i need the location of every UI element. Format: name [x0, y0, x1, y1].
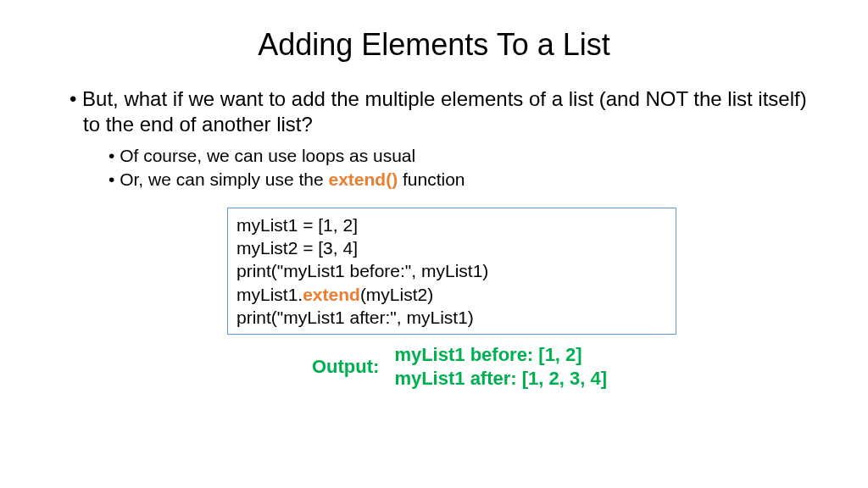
code-line-5: print("myList1 after:", myList1)	[236, 306, 667, 329]
code-line-1: myList1 = [1, 2]	[236, 214, 667, 236]
bullet-main: But, what if we want to add the multiple…	[83, 86, 817, 137]
code-box: myList1 = [1, 2] myList2 = [3, 4] print(…	[227, 208, 676, 335]
bullet-sub-2: Or, we can simply use the extend() funct…	[122, 168, 817, 191]
extend-fn-label: extend()	[328, 169, 398, 189]
code-line-2: myList2 = [3, 4]	[236, 236, 667, 259]
output-row: Output: myList1 before: [1, 2] myList1 a…	[102, 343, 817, 390]
output-line-1: myList1 before: [1, 2]	[394, 343, 607, 367]
code-line-3: print("myList1 before:", myList1)	[236, 259, 667, 282]
bullet-sub-2-post: function	[398, 169, 465, 189]
code-line-4: myList1.extend(myList2)	[236, 283, 667, 306]
code-l4-fn: extend	[303, 285, 360, 304]
bullet-sub-2-pre: Or, we can simply use the	[120, 169, 328, 189]
slide: Adding Elements To a List But, what if w…	[0, 0, 868, 407]
output-lines: myList1 before: [1, 2] myList1 after: [1…	[394, 343, 607, 390]
slide-title: Adding Elements To a List	[51, 27, 817, 63]
code-l4-pre: myList1.	[236, 285, 303, 304]
bullet-sub-1: Of course, we can use loops as usual	[122, 144, 817, 168]
output-label: Output:	[312, 356, 379, 378]
code-l4-post: (myList2)	[360, 285, 433, 304]
output-line-2: myList1 after: [1, 2, 3, 4]	[394, 367, 607, 391]
